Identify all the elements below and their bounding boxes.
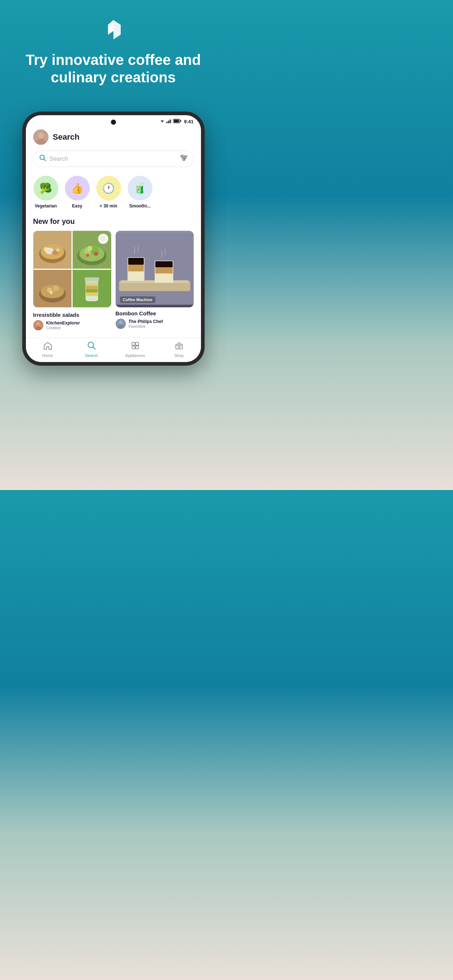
category-circle-smoothie: 🧃 [128, 176, 152, 200]
svg-rect-58 [155, 261, 172, 267]
signal-icon [166, 119, 172, 124]
author-action-coffee: Favorited [129, 324, 163, 328]
appliances-icon [131, 342, 140, 352]
author-action-salads: Created [46, 326, 80, 330]
svg-rect-6 [174, 120, 179, 123]
author-avatar-salads [33, 320, 43, 330]
svg-point-48 [37, 322, 40, 326]
category-chip-smoothie[interactable]: 🧃 Smoothi... [127, 176, 153, 208]
grid-cell-3 [33, 270, 72, 308]
grid-cell-2: ♡ [73, 231, 111, 269]
category-label-30min: < 30 min [100, 204, 117, 208]
app-logo-icon [102, 18, 124, 44]
svg-rect-43 [86, 285, 98, 289]
phone-frame: 9:41 Search [22, 111, 205, 366]
status-bar: 9:41 [26, 115, 201, 124]
svg-point-39 [53, 285, 58, 291]
svg-point-23 [44, 247, 48, 251]
wifi-icon [160, 119, 165, 124]
svg-line-11 [44, 159, 46, 161]
salads-grid: ♡ [33, 231, 111, 307]
svg-rect-56 [128, 272, 144, 280]
avatar-image [33, 129, 48, 145]
svg-point-15 [181, 155, 183, 157]
card-bombon-coffee[interactable]: Coffee Machine Bombon Coffee [116, 231, 194, 332]
search-icon [39, 154, 46, 163]
card-author-row-salads: KitchenExplorer Created [33, 320, 111, 330]
svg-point-16 [184, 157, 186, 159]
easy-icon: 👍 [71, 182, 83, 194]
author-info-coffee: The Philips Chef Favorited [129, 319, 163, 328]
clock-icon: 🕐 [102, 182, 115, 194]
svg-rect-1 [168, 121, 169, 123]
svg-point-8 [38, 132, 44, 138]
svg-rect-67 [135, 342, 138, 345]
category-circle-easy: 👍 [65, 176, 90, 200]
nav-item-search[interactable]: Search [81, 342, 102, 358]
coffee-image: Coffee Machine [116, 231, 194, 307]
svg-rect-44 [86, 289, 98, 292]
svg-rect-46 [85, 277, 99, 282]
app-header: Search [33, 124, 194, 149]
svg-rect-45 [86, 293, 98, 296]
svg-point-17 [183, 159, 185, 161]
category-chip-30min[interactable]: 🕐 < 30 min [96, 176, 121, 208]
svg-rect-54 [128, 258, 144, 265]
nav-label-home: Home [42, 353, 53, 358]
category-row: 🥦 Vegetarian 👍 Easy 🕐 [33, 173, 194, 215]
search-bar[interactable]: Search [33, 151, 194, 167]
app-content: Search Search [26, 124, 201, 337]
status-time: 9:41 [184, 119, 193, 124]
svg-point-38 [49, 291, 53, 294]
nav-item-shop[interactable]: Shop [168, 342, 190, 358]
search-nav-icon [88, 342, 96, 352]
nav-label-appliances: Appliances [126, 353, 145, 358]
svg-rect-42 [86, 282, 98, 285]
home-icon [43, 342, 52, 352]
card-author-row-coffee: The Philips Chef Favorited [116, 319, 194, 329]
shop-icon [175, 342, 183, 352]
coffee-machine-badge: Coffee Machine [120, 296, 155, 303]
card-info-salads: Irresistible salads [33, 309, 111, 332]
category-label-easy: Easy [72, 204, 82, 208]
author-name-salads: KitchenExplorer [46, 320, 80, 326]
grid-cell-1 [33, 231, 72, 269]
svg-rect-72 [178, 346, 180, 348]
category-chip-vegetarian[interactable]: 🥦 Vegetarian [33, 176, 59, 208]
search-placeholder[interactable]: Search [49, 156, 177, 162]
svg-rect-60 [155, 274, 172, 282]
phone-mockup: 9:41 Search [19, 111, 208, 366]
filter-icon[interactable] [180, 154, 187, 163]
svg-rect-66 [132, 342, 135, 345]
card-title-coffee: Bombon Coffee [116, 310, 194, 317]
card-irresistible-salads[interactable]: ♡ [33, 231, 111, 332]
vegetarian-icon: 🥦 [39, 182, 52, 194]
category-label-vegetarian: Vegetarian [35, 204, 57, 208]
smoothie-icon: 🧃 [134, 182, 146, 194]
avatar[interactable] [33, 129, 48, 145]
category-chip-easy[interactable]: 👍 Easy [65, 176, 90, 208]
grid-cell-4 [73, 270, 111, 308]
category-circle-vegetarian: 🥦 [33, 176, 58, 200]
section-title-new: New for you [33, 215, 194, 231]
favorite-heart-icon[interactable]: ♡ [98, 234, 108, 244]
svg-rect-55 [128, 265, 144, 272]
nav-item-appliances[interactable]: Appliances [124, 342, 146, 358]
nav-label-shop: Shop [174, 353, 184, 358]
camera-notch [111, 119, 116, 125]
svg-point-24 [56, 248, 59, 251]
hero-section: Try innovative coffee and culinary creat… [0, 0, 226, 108]
svg-point-32 [86, 253, 89, 257]
author-avatar-coffee [116, 319, 126, 329]
svg-rect-3 [171, 119, 172, 123]
svg-point-31 [94, 252, 99, 256]
svg-rect-68 [132, 346, 135, 349]
nav-item-home[interactable]: Home [37, 342, 59, 358]
category-circle-30min: 🕐 [96, 176, 121, 200]
card-title-salads: Irresistible salads [33, 312, 111, 318]
card-info-coffee: Bombon Coffee T [116, 307, 194, 330]
svg-rect-5 [180, 120, 181, 122]
svg-rect-59 [155, 267, 172, 274]
status-bar-right: 9:41 [160, 119, 193, 124]
svg-rect-0 [166, 122, 167, 123]
